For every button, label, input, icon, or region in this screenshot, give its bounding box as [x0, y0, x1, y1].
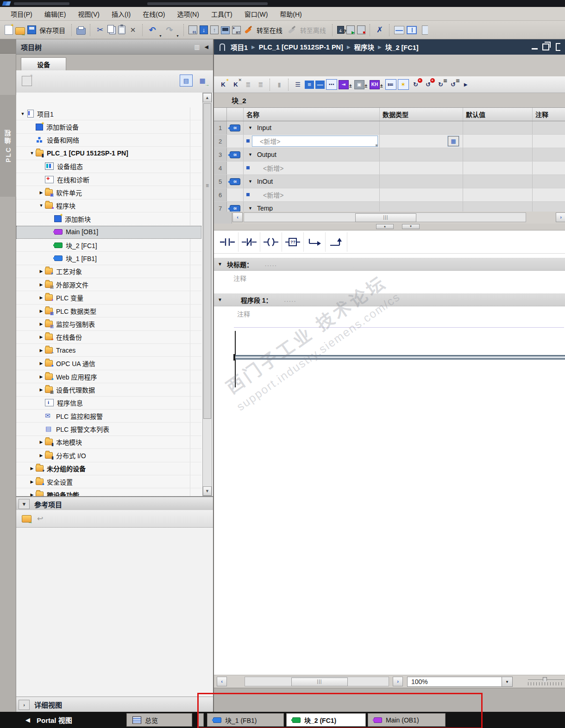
download-to-device-icon[interactable]: ↓ — [200, 25, 208, 34]
column-header[interactable]: 名称 — [244, 108, 380, 121]
splitter-down-icon[interactable]: ▼ — [402, 224, 420, 229]
chevron-right-icon[interactable]: › — [19, 700, 30, 710]
expander-closed-icon[interactable]: ▶ — [38, 361, 45, 366]
data-type-picker-icon[interactable]: ▦ — [448, 136, 459, 146]
data-type-cell[interactable]: ▦ — [380, 135, 463, 148]
default-value-cell[interactable] — [463, 188, 533, 201]
expander-closed-icon[interactable]: ▶ — [38, 440, 45, 444]
tree-item[interactable]: ▶OPC UA 通信 — [16, 357, 201, 370]
taskbar-tab[interactable]: 块_1 (FB1) — [207, 713, 284, 727]
go-offline-icon[interactable] — [287, 25, 297, 35]
table-horizontal-scrollbar[interactable]: ‹ ||| › — [214, 212, 565, 224]
configure-tree-icon[interactable] — [22, 76, 32, 86]
zoom-dropdown-icon[interactable]: ▼ — [502, 677, 512, 686]
portal-view-switch[interactable]: ◀ Portal 视图 — [25, 712, 72, 728]
breadcrumb-item[interactable]: 块_2 [FC1] — [385, 42, 419, 52]
expander-closed-icon[interactable]: ▶ — [38, 309, 45, 313]
comment-cell[interactable] — [533, 175, 565, 188]
open-reference-project-icon[interactable] — [22, 515, 31, 523]
comment-cell[interactable] — [533, 162, 565, 174]
clipped-toolbar-icon[interactable] — [422, 25, 428, 35]
tree-item[interactable]: 添加新设备 — [16, 120, 201, 133]
expander-closed-icon[interactable]: ▶ — [38, 387, 45, 392]
tree-item[interactable]: ▼程序块 — [16, 199, 201, 212]
pin-icon[interactable] — [220, 44, 225, 51]
expander-closed-icon[interactable]: ▶ — [38, 335, 45, 339]
split-vertical-icon[interactable] — [407, 26, 417, 34]
comment-bubble-icon[interactable]: ⋯ — [326, 79, 337, 90]
data-type-cell[interactable] — [380, 148, 463, 161]
tree-item[interactable]: ▶设备代理数据 — [16, 383, 201, 396]
menu-item[interactable]: 帮助(H) — [274, 7, 308, 20]
tree-item[interactable]: 设备和网络 — [16, 134, 201, 147]
name-cell[interactable]: ▼Input — [244, 121, 380, 134]
section-expander-icon[interactable]: ▼ — [248, 152, 252, 157]
scroll-down-icon[interactable]: ▼ — [203, 486, 212, 496]
cut-icon[interactable]: ✂ — [95, 25, 105, 35]
redo-icon[interactable]: ↷ — [164, 25, 175, 35]
delete-network-icon[interactable]: K — [230, 79, 241, 90]
open-branch-icon[interactable] — [304, 232, 326, 252]
close-branch-icon[interactable] — [326, 232, 347, 252]
expander-closed-icon[interactable]: ▶ — [38, 269, 45, 274]
snapshot-icon[interactable]: ▣ — [354, 80, 364, 89]
taskbar-tab[interactable]: Main (OB1) — [368, 713, 446, 727]
data-type-cell[interactable] — [380, 162, 463, 174]
go-online-icon[interactable] — [243, 25, 253, 35]
zoom-slider[interactable] — [528, 678, 564, 685]
ladder-rung[interactable] — [235, 355, 565, 360]
block-comment-placeholder[interactable]: 注释 — [233, 274, 246, 283]
default-value-cell[interactable] — [463, 175, 533, 188]
breadcrumb-item[interactable]: PLC_1 [CPU 1512SP-1 PN] — [259, 44, 343, 51]
stop-runtime-icon[interactable] — [232, 26, 241, 34]
data-type-cell[interactable] — [380, 188, 463, 201]
network-titles-icon[interactable]: — — [315, 81, 325, 89]
save-project-label[interactable]: 保存项目 — [39, 25, 65, 35]
data-type-cell[interactable] — [380, 175, 463, 188]
scroll-track[interactable]: ||| — [244, 212, 526, 222]
network-comments-icon[interactable]: ≡ — [305, 81, 314, 89]
tree-item[interactable]: ▼PLC_1 [CPU 1512SP-1 PN] — [16, 147, 201, 160]
network-1-row[interactable]: ▼ 程序段 1： ..... — [214, 293, 565, 306]
scroll-up-icon[interactable]: ▲ — [203, 93, 212, 102]
network-title-placeholder[interactable]: ..... — [284, 297, 297, 303]
menu-item[interactable]: 视图(V) — [72, 7, 106, 20]
cross-references-icon[interactable]: ✗ — [375, 25, 385, 35]
breadcrumb-item[interactable]: 程序块 — [354, 42, 375, 52]
name-cell[interactable]: <新增> — [244, 188, 380, 201]
scroll-right-icon[interactable]: › — [393, 677, 403, 686]
redo-dropdown-icon[interactable]: ▼ — [176, 34, 179, 39]
tree-item[interactable]: 添加新块 — [16, 212, 201, 225]
tree-item[interactable]: ▶PLC 数据类型 — [16, 305, 201, 317]
insert-network-icon[interactable]: K — [218, 79, 229, 90]
name-cell[interactable]: <新增> — [244, 162, 380, 174]
menu-item[interactable]: 选项(N) — [171, 7, 205, 20]
network-comment-placeholder[interactable]: 注释 — [237, 309, 250, 318]
print-icon[interactable] — [76, 28, 86, 35]
chevron-down-icon[interactable]: ▼ — [19, 499, 30, 509]
expander-closed-icon[interactable]: ▶ — [28, 492, 36, 496]
dropdown-caret-icon[interactable]: ± — [380, 83, 383, 88]
add-new-placeholder[interactable]: <新增> — [263, 190, 283, 199]
undo-dropdown-icon[interactable]: ▼ — [159, 34, 162, 39]
section-expander-icon[interactable]: ▼ — [248, 179, 252, 184]
tree-item[interactable]: 块_1 [FB1] — [16, 252, 201, 265]
delete-icon[interactable]: ✕ — [128, 25, 138, 35]
section-expander-icon[interactable]: ▼ — [248, 125, 252, 130]
tree-item[interactable]: PLC 报警文本列表 — [16, 423, 201, 436]
default-value-cell[interactable] — [463, 121, 533, 134]
dropdown-caret-icon[interactable]: ± — [349, 83, 352, 88]
menu-item[interactable]: 工具(T) — [205, 7, 239, 20]
column-header[interactable]: 默认值 — [463, 108, 533, 121]
tree-item[interactable]: ▶未分组的设备 — [16, 462, 201, 475]
column-header[interactable]: 数据类型 — [380, 108, 463, 121]
open-editor-icon[interactable]: ▦ — [196, 75, 208, 86]
tree-scrollbar[interactable]: ▲ ▼ — [202, 93, 212, 496]
reset-start-values-icon[interactable]: ▮ — [274, 79, 285, 90]
absolute-operands-icon[interactable]: ☰ — [292, 79, 303, 90]
accessible-devices-icon[interactable]: ¿ — [337, 26, 344, 34]
comment-cell[interactable] — [533, 188, 565, 201]
split-horizontal-icon[interactable] — [394, 26, 404, 34]
name-cell[interactable]: ▼InOut — [244, 175, 380, 188]
open-project-icon[interactable] — [15, 27, 25, 35]
